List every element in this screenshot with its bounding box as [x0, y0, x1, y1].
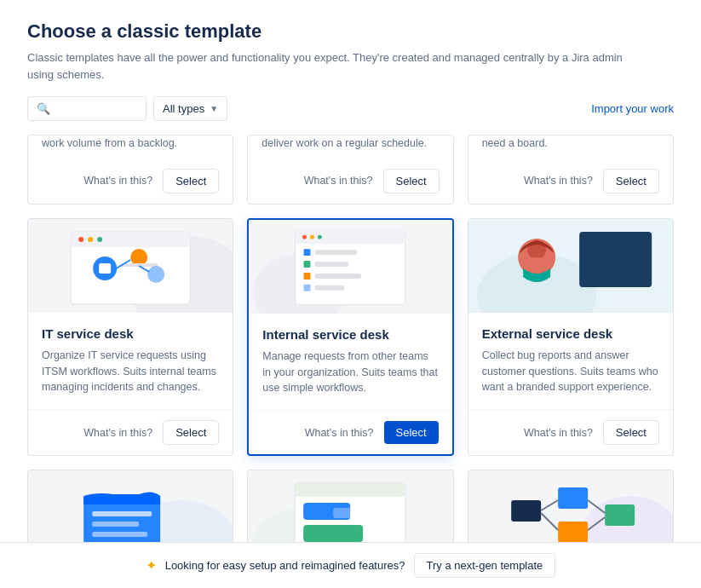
card-internal-image: [249, 220, 451, 314]
filter-label: All types: [163, 102, 204, 115]
card-external-service-desk: External service desk Collect bug report…: [468, 218, 674, 456]
card-internal-title: Internal service desk: [262, 327, 438, 342]
card-it-image: [28, 219, 233, 313]
svg-rect-38: [92, 511, 152, 516]
svg-rect-51: [558, 487, 588, 509]
svg-point-11: [147, 266, 164, 283]
toolbar-left: 🔍 All types ▼: [27, 96, 227, 121]
svg-rect-8: [99, 263, 111, 274]
card-internal-select-button[interactable]: Select: [384, 421, 439, 444]
svg-rect-31: [579, 232, 652, 287]
middle-cards-grid: IT service desk Organize IT service requ…: [27, 218, 674, 456]
partial-card-3-footer: What's in this? Select: [468, 159, 673, 204]
svg-rect-40: [92, 532, 147, 537]
card-external-footer: What's in this? Select: [468, 409, 673, 455]
svg-rect-28: [315, 285, 345, 291]
partial-card-2-footer: What's in this? Select: [248, 159, 452, 204]
partial-card-3-desc: need a board.: [482, 135, 659, 152]
svg-rect-46: [303, 525, 363, 542]
chevron-down-icon: ▼: [210, 104, 218, 113]
card-it-whats-this[interactable]: What's in this?: [83, 427, 152, 439]
card-external-image: [468, 219, 673, 313]
page-title: Choose a classic template: [27, 20, 674, 43]
card-it-select-button[interactable]: Select: [163, 420, 219, 445]
svg-point-6: [97, 237, 102, 242]
search-icon: 🔍: [37, 102, 50, 115]
svg-point-19: [310, 235, 314, 239]
svg-rect-53: [605, 504, 635, 526]
partial-card-1-footer: What's in this? Select: [28, 159, 233, 204]
svg-rect-39: [92, 522, 139, 527]
svg-rect-23: [304, 261, 311, 268]
page-subtitle: Classic templates have all the power and…: [27, 49, 641, 83]
import-work-link[interactable]: Import your work: [591, 102, 674, 115]
card-internal-footer: What's in this? Select: [249, 410, 451, 454]
svg-rect-22: [315, 250, 358, 255]
svg-rect-24: [315, 262, 349, 267]
card-it-body: IT service desk Organize IT service requ…: [28, 313, 233, 409]
svg-rect-52: [558, 522, 588, 543]
try-next-gen-button[interactable]: Try a next-gen template: [414, 553, 556, 578]
filter-dropdown[interactable]: All types ▼: [153, 96, 227, 121]
svg-rect-25: [304, 273, 311, 280]
svg-point-4: [78, 237, 83, 242]
partial-card-2-whats-this[interactable]: What's in this?: [304, 175, 373, 187]
card-internal-body: Internal service desk Manage requests fr…: [249, 314, 451, 410]
svg-point-18: [302, 235, 307, 239]
partial-card-1-desc: work volume from a backlog.: [42, 135, 219, 152]
bottom-bar-text: Looking for easy setup and reimagined fe…: [165, 559, 405, 572]
svg-point-5: [88, 237, 93, 242]
card-external-title: External service desk: [482, 326, 659, 341]
toolbar: 🔍 All types ▼ Import your work: [27, 96, 674, 121]
card-external-desc: Collect bug reports and answer customer …: [482, 348, 659, 395]
bottom-bar: ✦ Looking for easy setup and reimagined …: [0, 542, 701, 588]
card-internal-desc: Manage requests from other teams in your…: [262, 349, 438, 396]
search-box[interactable]: 🔍: [27, 96, 147, 121]
partial-card-3-select-button[interactable]: Select: [603, 169, 659, 193]
svg-rect-50: [511, 500, 541, 522]
search-input[interactable]: [55, 102, 137, 115]
svg-point-20: [318, 235, 322, 239]
partial-card-2-desc: deliver work on a regular schedule.: [261, 135, 439, 152]
sparkle-icon: ✦: [146, 557, 157, 574]
partial-card-1: work volume from a backlog. What's in th…: [27, 135, 233, 205]
card-it-footer: What's in this? Select: [28, 409, 233, 455]
svg-rect-47: [333, 508, 371, 518]
card-external-body: External service desk Collect bug report…: [468, 313, 673, 409]
card-it-title: IT service desk: [42, 326, 219, 341]
card-internal-service-desk: Internal service desk Manage requests fr…: [247, 218, 453, 456]
partial-card-3-whats-this[interactable]: What's in this?: [524, 175, 593, 187]
svg-rect-27: [304, 285, 311, 291]
svg-rect-26: [315, 274, 362, 279]
partial-card-3: need a board. What's in this? Select: [468, 135, 674, 205]
partial-card-2: deliver work on a regular schedule. What…: [247, 135, 453, 205]
partial-card-2-select-button[interactable]: Select: [383, 169, 440, 193]
card-external-select-button[interactable]: Select: [603, 420, 659, 445]
card-external-whats-this[interactable]: What's in this?: [524, 427, 593, 439]
card-it-desc: Organize IT service requests using ITSM …: [42, 348, 219, 395]
partial-card-1-whats-this[interactable]: What's in this?: [83, 175, 152, 187]
svg-rect-44: [295, 483, 405, 497]
partial-top-row: work volume from a backlog. What's in th…: [27, 135, 674, 205]
svg-rect-21: [304, 249, 311, 256]
partial-card-1-select-button[interactable]: Select: [163, 169, 219, 193]
card-it-service-desk: IT service desk Organize IT service requ…: [27, 218, 233, 456]
card-internal-whats-this[interactable]: What's in this?: [305, 427, 374, 439]
